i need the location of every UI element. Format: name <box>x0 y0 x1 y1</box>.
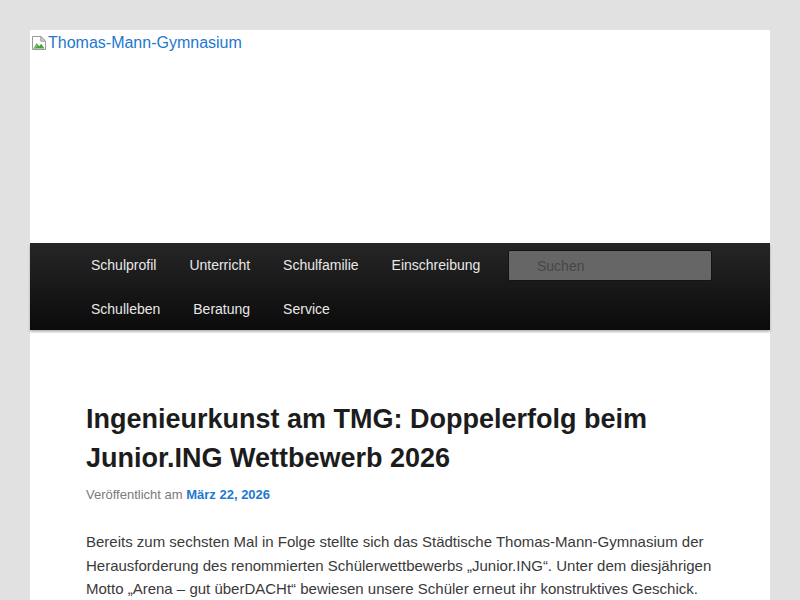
browser-viewport: { "site": { "title": "Thomas-Mann-Gymnas… <box>0 0 800 600</box>
nav-item-unterricht[interactable]: Unterricht <box>189 257 250 273</box>
broken-image-icon <box>31 35 47 51</box>
page-container: Thomas-Mann-Gymnasium Schulprofil Unterr… <box>30 30 770 600</box>
nav-row-2: Schulleben Beratung Service <box>30 287 770 330</box>
site-title-text: Thomas-Mann-Gymnasium <box>48 34 242 51</box>
article-meta: Veröffentlicht am März 22, 2026 <box>86 487 270 503</box>
nav-item-schulprofil[interactable]: Schulprofil <box>91 257 156 273</box>
site-title-link[interactable]: Thomas-Mann-Gymnasium <box>31 34 242 51</box>
nav-item-service[interactable]: Service <box>283 301 330 317</box>
nav-item-schulfamilie[interactable]: Schulfamilie <box>283 257 358 273</box>
article-paragraph: Bereits zum sechsten Mal in Folge stellt… <box>86 530 720 600</box>
search-input[interactable] <box>508 250 712 281</box>
nav-item-beratung[interactable]: Beratung <box>193 301 250 317</box>
main-navigation: Schulprofil Unterricht Schulfamilie Eins… <box>30 243 770 330</box>
published-label: Veröffentlicht am <box>86 487 186 502</box>
article-title: Ingenieurkunst am TMG: Doppelerfolg beim… <box>86 400 726 478</box>
nav-item-schulleben[interactable]: Schulleben <box>91 301 160 317</box>
nav-item-einschreibung[interactable]: Einschreibung <box>392 257 481 273</box>
published-date-link[interactable]: März 22, 2026 <box>186 487 270 502</box>
